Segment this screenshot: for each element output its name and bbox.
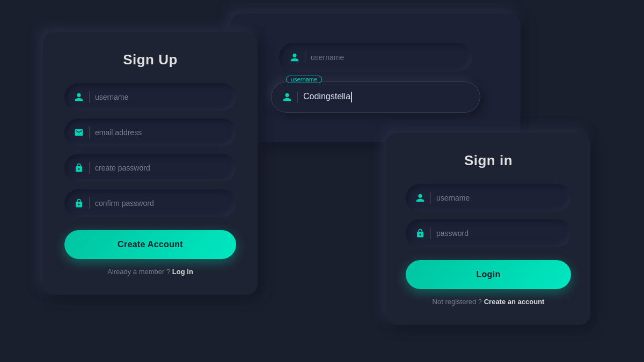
divider [430,192,431,204]
floating-label: username [286,76,322,83]
cursor [351,92,352,102]
email-icon [74,128,84,137]
signin-password-input[interactable] [436,229,561,238]
divider [89,91,90,103]
signup-username-field[interactable] [64,83,236,111]
signup-createpassword-input[interactable] [95,164,226,172]
divider [89,197,90,209]
active-username-input[interactable]: Codingstella [271,82,480,113]
divider [305,51,305,63]
divider [89,127,90,138]
login-link[interactable]: Log in [172,268,193,276]
signin-footer: Not registered ? Create an account [406,298,571,306]
lock-icon-1 [74,163,84,173]
signin-card: Sign in Login Not registered ? Create an… [386,133,590,325]
user-icon-signin [415,193,425,203]
signin-password-field[interactable] [406,219,571,247]
create-account-button[interactable]: Create Account [64,230,236,259]
signup-confirm-field[interactable] [64,189,236,217]
user-icon [290,53,299,62]
divider [89,162,90,174]
signup-footer: Already a member ? Log in [64,268,236,276]
plain-input-placeholder: username [311,53,344,62]
plain-username-input[interactable]: username [279,43,472,72]
signup-username-input[interactable] [95,93,226,101]
signup-footer-text: Already a member ? [107,268,170,276]
user-icon-active [282,92,292,102]
signup-password-field[interactable] [64,154,236,182]
signup-email-input[interactable] [95,128,226,137]
signin-username-field[interactable] [406,184,571,212]
divider-active [297,91,298,103]
signin-footer-text: Not registered ? [433,298,482,306]
divider [430,227,431,239]
signup-email-field[interactable] [64,119,236,146]
active-input-wrapper: username Codingstella [271,82,480,113]
user-icon-signup [74,92,84,102]
signin-title: Sign in [406,152,571,169]
signup-title: Sign Up [64,51,236,68]
lock-icon-2 [74,198,84,208]
signup-confirmpassword-input[interactable] [95,199,226,208]
active-input-value: Codingstella [303,92,352,102]
lock-icon-signin [415,228,425,238]
inputs-preview-panel: username username Codingstella [231,13,521,142]
signup-card: Sign Up Create Account Already a member … [43,32,258,295]
login-button[interactable]: Login [406,260,571,289]
create-account-link[interactable]: Create an account [484,298,545,306]
signin-username-input[interactable] [436,194,561,202]
input-text: Codingstella [303,92,350,101]
